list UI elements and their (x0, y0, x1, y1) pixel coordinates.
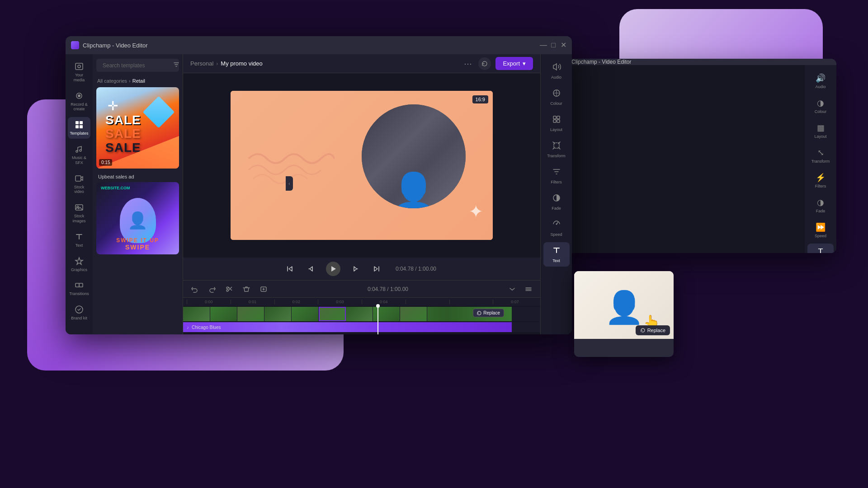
sidebar-item-brand[interactable]: Brand kit (68, 302, 90, 324)
rs-layout-icon (552, 115, 561, 126)
more-options-button[interactable]: ⋯ (462, 59, 474, 69)
rewind-button[interactable] (304, 262, 319, 276)
template-card-1[interactable]: ✛ SALE SALE SALE 0:15 (96, 87, 179, 169)
sidebar-item-record[interactable]: Record & create (68, 88, 90, 115)
maximize-button[interactable]: □ (550, 42, 557, 48)
circle-photo-inner: 👤 (362, 104, 466, 208)
timeline-toolbar: 0:04.78 / 1:00.00 (183, 281, 540, 298)
forward-button[interactable] (348, 262, 362, 276)
music-icon (74, 144, 84, 154)
rs-layout[interactable]: Layout (543, 111, 570, 136)
background-window-content: Text 🔊 Audio ◑ Colour ▦ Layout ⤡ Transfo… (556, 65, 836, 253)
minimize-button[interactable]: — (540, 42, 547, 48)
transitions-icon (74, 280, 84, 290)
svg-rect-4 (75, 121, 79, 124)
rs-colour[interactable]: Colour (543, 85, 570, 109)
timeline-collapse-button[interactable] (506, 283, 519, 296)
person-bubble: 👤 (120, 198, 156, 243)
aspect-ratio-badge: 16:9 (472, 95, 488, 103)
hover-replace-button[interactable]: Replace (636, 325, 670, 335)
rs-fade-label: Fade (552, 206, 561, 211)
title-bar: Clipchamp - Video Editor — □ ✕ (66, 36, 572, 54)
rs-fade-bg[interactable]: ◑ Fade (807, 194, 834, 217)
templates-label: Templates (70, 131, 88, 136)
speed-icon-bg: ⏩ (816, 222, 826, 232)
svg-point-9 (80, 150, 81, 151)
text-icon-bg: T (818, 247, 823, 253)
rs-filters-bg[interactable]: ⚡ Filters (807, 169, 834, 192)
sidebar-item-media[interactable]: Your media (68, 59, 90, 85)
undo-button[interactable] (189, 283, 201, 296)
bg-video-area: Text (556, 65, 805, 253)
template-card-2[interactable]: WEBSITE.COM SWIPE IT UP SWIPE 👤 (96, 182, 179, 254)
rs-layout-bg[interactable]: ▦ Layout (807, 119, 834, 142)
rs-text-bg[interactable]: T Text (807, 244, 834, 253)
stock-video-label: Stock video (70, 185, 89, 195)
current-time: 0:04.78 (396, 266, 414, 272)
svg-rect-10 (75, 176, 81, 181)
sidebar-item-stock-images[interactable]: Stock images (68, 200, 90, 226)
rs-filters[interactable]: Filters (543, 164, 570, 188)
app-title: Clipchamp - Video Editor (83, 42, 537, 49)
rs-speed-bg[interactable]: ⏩ Speed (807, 219, 834, 242)
template-1-title-area: Upbeat sales ad (93, 172, 183, 182)
search-input[interactable] (103, 62, 170, 69)
filter-button[interactable] (173, 61, 179, 69)
delete-button[interactable] (240, 283, 253, 296)
close-button[interactable]: ✕ (560, 42, 566, 48)
breadcrumb-parent[interactable]: All categories (97, 78, 127, 84)
rs-fade[interactable]: Fade (543, 190, 570, 214)
sync-button[interactable] (478, 57, 491, 70)
skip-forward-button[interactable] (369, 262, 384, 276)
rs-audio[interactable]: Audio (543, 59, 570, 83)
template-1-title: Upbeat sales ad (96, 171, 136, 182)
sidebar-item-graphics[interactable]: Graphics (68, 253, 90, 275)
tl-current-time: 0:04.78 (368, 286, 386, 292)
sidebar-item-stock-video[interactable]: Stock video (68, 171, 90, 197)
record-label: Record & create (70, 102, 89, 112)
window-controls: — □ ✕ (540, 42, 566, 48)
export-button[interactable]: Export ▾ (495, 57, 533, 70)
search-bar[interactable] (96, 59, 179, 72)
play-button[interactable] (326, 262, 340, 276)
rs-transform-label: Transform (547, 154, 566, 158)
ruler-7: 0:07 (493, 300, 537, 304)
add-media-button[interactable] (257, 283, 270, 296)
main-content: Your media Record & create (66, 54, 572, 334)
breadcrumb-current: Retail (132, 78, 145, 84)
sidebar-item-templates[interactable]: Templates (68, 117, 90, 139)
rs-audio-bg[interactable]: 🔊 Audio (807, 70, 834, 93)
editor-nav-current: My promo video (221, 60, 262, 67)
rs-colour-icon (552, 89, 561, 100)
left-sidebar: Your media Record & create (66, 54, 93, 334)
track-thumb-4 (264, 307, 292, 321)
rs-transform[interactable]: Transform (543, 137, 570, 162)
rs-text[interactable]: Text (543, 242, 570, 267)
sidebar-item-text[interactable]: Text (68, 229, 90, 251)
transform-label-bg: Transform (811, 159, 830, 164)
cursor-head (376, 304, 380, 308)
text-sidebar-label: Text (75, 243, 83, 248)
panel-collapse-button[interactable]: ‹ (286, 176, 293, 191)
video-track[interactable]: Replace (183, 307, 540, 321)
track-thumb-6 (319, 307, 346, 321)
rs-fade-icon (552, 193, 561, 205)
rs-transform-bg[interactable]: ⤡ Transform (807, 144, 834, 167)
replace-button[interactable]: Replace (473, 309, 504, 317)
rs-filters-icon (552, 167, 561, 178)
skip-back-button[interactable] (283, 262, 297, 276)
timeline-expand-button[interactable] (522, 283, 535, 296)
track-thumb-1 (183, 307, 210, 321)
cut-button[interactable] (223, 283, 236, 296)
editor-header-actions: ⋯ Export ▾ (462, 57, 533, 70)
audio-track[interactable]: ♪ Chicago Blues (183, 322, 540, 332)
music-label: Music & SFX (70, 155, 89, 165)
timeline-tracks: 0:00 0:01 0:02 0:03 0:04 0:07 (183, 298, 540, 334)
brand-icon (74, 305, 84, 314)
redo-button[interactable] (206, 283, 218, 296)
sidebar-item-transitions[interactable]: Transitions (68, 277, 90, 299)
rs-speed[interactable]: Speed (543, 216, 570, 240)
rs-colour-bg[interactable]: ◑ Colour (807, 94, 834, 117)
sidebar-item-music[interactable]: Music & SFX (68, 141, 90, 168)
editor-nav-parent[interactable]: Personal (190, 60, 213, 67)
